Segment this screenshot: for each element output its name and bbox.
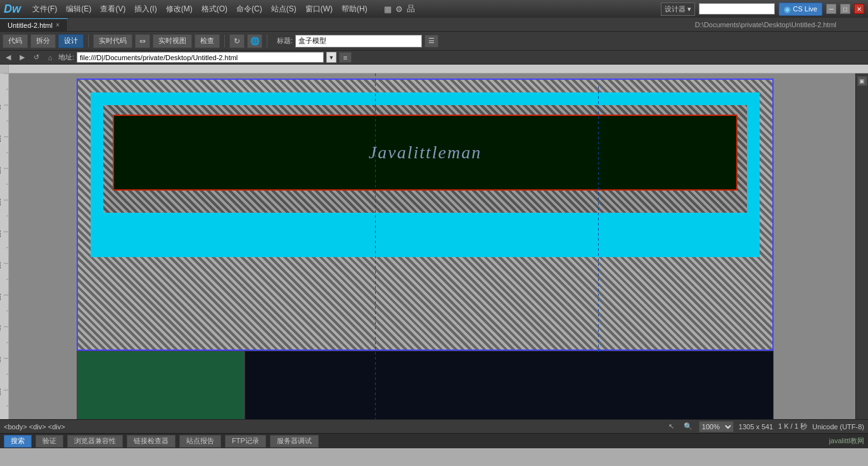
designer-button[interactable]: 设计器 ▾: [661, 3, 695, 16]
code-button[interactable]: 代码: [3, 34, 28, 48]
bottom-green-box: [77, 351, 245, 419]
dimensions-text: 1305 x 541: [739, 423, 773, 431]
right-panel: ▣: [855, 73, 868, 419]
addr-refresh-button[interactable]: ↺: [30, 52, 42, 63]
menu-view[interactable]: 查看(V): [96, 3, 129, 16]
menu-edit[interactable]: 编辑(E): [62, 3, 95, 16]
title-label: 标题:: [277, 36, 293, 46]
toolbar-separator-2: [224, 35, 225, 47]
menu-bar: 文件(F) 编辑(E) 查看(V) 插入(I) 修改(M) 格式(O) 命令(C…: [29, 3, 371, 16]
search-input[interactable]: [699, 3, 775, 15]
menu-insert[interactable]: 插入(I): [131, 3, 160, 16]
dom-path: <body> <div> <div>: [4, 423, 65, 431]
bottom-tab-search[interactable]: 搜索: [4, 435, 32, 448]
menu-command[interactable]: 命令(C): [233, 3, 266, 16]
tab-label: Untitled-2.html: [8, 22, 53, 29]
toolbar-separator-3: [267, 35, 267, 47]
svg-text:450: 450: [0, 356, 1, 364]
bottom-tab-server-debug[interactable]: 服务器调试: [270, 435, 319, 448]
svg-text:500: 500: [0, 388, 1, 396]
vertical-ruler: 50100150200250300350400450500550600: [0, 73, 9, 419]
live-view-button[interactable]: 实时视图: [153, 34, 192, 48]
titlebar-right: 设计器 ▾ ◉ CS Live ─ □ ✕: [661, 3, 864, 16]
outer-box: Javalittleman: [77, 79, 774, 351]
size-info-text: 1 K / 1 秒: [778, 422, 807, 431]
cslive-button[interactable]: ◉ CS Live: [779, 3, 822, 16]
bottom-tab-link-checker[interactable]: 链接检查器: [127, 435, 176, 448]
svg-text:200: 200: [0, 198, 1, 206]
addr-label: 地址:: [58, 53, 74, 62]
maximize-button[interactable]: □: [840, 4, 850, 14]
menu-help[interactable]: 帮助(H): [338, 3, 371, 16]
browser-icon-button[interactable]: 🌐: [247, 34, 262, 48]
title-input[interactable]: [295, 35, 422, 47]
bottom-dark-box: [245, 351, 774, 419]
addr-menu-button[interactable]: ≡: [339, 52, 352, 63]
bottom-tab-ftp[interactable]: FTP记录: [225, 435, 266, 448]
bottom-row-1: [77, 351, 774, 419]
menu-modify[interactable]: 修改(M): [162, 3, 196, 16]
refresh-icon-button[interactable]: ↻: [229, 34, 245, 48]
ruler-numbers: 5010015020025030035040045050055060065070…: [9, 72, 868, 73]
statusbar: <body> <div> <div> ↖ 🔍 100% 75% 50% 150%…: [0, 419, 868, 433]
horizontal-ruler: 5010015020025030035040045050055060065070…: [0, 65, 868, 73]
encoding-text: Unicode (UTF-8): [812, 423, 864, 431]
addrbar: ◀ ▶ ↺ ⌂ 地址: ▼ ≡: [0, 51, 868, 65]
bottom-tab-validate[interactable]: 验证: [35, 435, 63, 448]
black-content-box: Javalittleman: [113, 115, 737, 191]
svg-text:350: 350: [0, 293, 1, 301]
tab-close-icon[interactable]: ×: [56, 22, 60, 28]
svg-text:250: 250: [0, 230, 1, 237]
toolbar-separator: [88, 35, 89, 47]
gray-hatched-box: Javalittleman: [103, 105, 747, 213]
toolbar-icons-2: ⚙: [395, 4, 403, 14]
zoom-select[interactable]: 100% 75% 50% 150%: [699, 421, 734, 432]
dashed-line-2: [598, 86, 599, 352]
cursor-icon[interactable]: ↖: [666, 421, 677, 432]
bottom-tab-browser-compat[interactable]: 浏览器兼容性: [67, 435, 123, 448]
ruler-corner: [0, 65, 9, 73]
menu-file[interactable]: 文件(F): [29, 3, 61, 16]
live-code-button[interactable]: 实时代码: [93, 34, 132, 48]
statusbar-right: ↖ 🔍 100% 75% 50% 150% 1305 x 541 1 K / 1…: [666, 421, 864, 432]
addr-dropdown-button[interactable]: ▼: [326, 52, 336, 63]
svg-text:150: 150: [0, 167, 1, 174]
svg-text:300: 300: [0, 261, 1, 269]
titlebar: Dw 文件(F) 编辑(E) 查看(V) 插入(I) 修改(M) 格式(O) 命…: [0, 0, 868, 18]
bottom-tab-site-report[interactable]: 站点报告: [179, 435, 221, 448]
close-button[interactable]: ✕: [854, 4, 864, 14]
split-button[interactable]: 拆分: [30, 34, 56, 48]
svg-text:400: 400: [0, 325, 1, 332]
addr-input[interactable]: [77, 52, 324, 63]
addr-forward-button[interactable]: ▶: [16, 52, 28, 63]
dw-logo: Dw: [4, 3, 21, 16]
menu-window[interactable]: 窗口(W): [302, 3, 336, 16]
canvas-scroll[interactable]: Javalittleman: [9, 73, 855, 419]
dashed-line-1: [375, 73, 376, 419]
watermark-text: javalittl教网: [829, 436, 864, 446]
bottom-panel: 搜索 验证 浏览器兼容性 链接检查器 站点报告 FTP记录 服务器调试 java…: [0, 433, 868, 448]
zoom-out-icon[interactable]: 🔍: [682, 421, 694, 432]
toolbar1: 代码 拆分 设计 实时代码 ⇔ 实时视图 检查 ↻ 🌐 标题: ☰: [0, 32, 868, 51]
right-panel-button-1[interactable]: ▣: [857, 76, 867, 86]
menu-format[interactable]: 格式(O): [198, 3, 231, 16]
addr-back-button[interactable]: ◀: [3, 52, 14, 63]
ruler-svg: 5010015020025030035040045050055060065070…: [9, 72, 858, 73]
active-tab[interactable]: Untitled-2.html ×: [0, 18, 68, 31]
main-area: 50100150200250300350400450500550600 Java…: [0, 73, 868, 419]
minimize-button[interactable]: ─: [826, 4, 836, 14]
toolbar-icons-3: 品: [407, 3, 415, 15]
cyan-box: Javalittleman: [91, 92, 760, 257]
menu-site[interactable]: 站点(S): [267, 3, 300, 16]
addr-home-button[interactable]: ⌂: [44, 52, 56, 63]
tab-filepath: D:\Documents\private\Desktop\Untitled-2.…: [695, 18, 868, 31]
check-button[interactable]: 检查: [195, 34, 220, 48]
vruler-svg: 50100150200250300350400450500550600: [0, 73, 9, 419]
svg-text:100: 100: [0, 135, 1, 142]
inspect-icon-button[interactable]: ⇔: [135, 34, 150, 48]
title-menu-icon[interactable]: ☰: [424, 35, 438, 47]
design-button[interactable]: 设计: [58, 34, 84, 48]
svg-text:50: 50: [0, 104, 1, 110]
toolbar-icons-1: ▦: [384, 4, 392, 14]
main-heading: Javalittleman: [369, 142, 482, 163]
